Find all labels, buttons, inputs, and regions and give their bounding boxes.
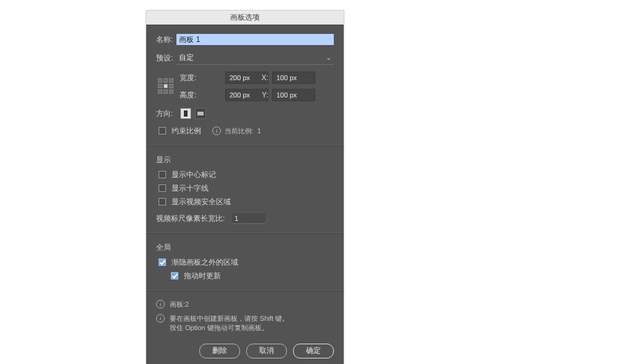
- display-section-title: 显示: [156, 155, 334, 165]
- orientation-landscape-button[interactable]: [195, 108, 206, 119]
- global-section-title: 全局: [156, 242, 334, 253]
- chevron-down-icon: ⌄: [326, 54, 331, 62]
- fade-outside-checkbox[interactable]: [159, 259, 166, 266]
- preset-value: 自定: [179, 52, 194, 63]
- show-crosshair-label: 显示十字线: [172, 183, 209, 194]
- info-icon: i: [212, 126, 221, 135]
- orientation-portrait-button[interactable]: [180, 108, 191, 119]
- update-on-drag-checkbox[interactable]: [171, 272, 178, 279]
- tips-row: i 要在画板中创建新画板，请按 Shift 键。 按住 Option 键拖动可复…: [156, 314, 334, 333]
- window-titlebar: 画板选项: [146, 10, 344, 25]
- width-label: 宽度:: [180, 73, 196, 83]
- orientation-label: 方向:: [156, 109, 173, 119]
- preset-row: 预设: 自定 ⌄: [156, 51, 334, 65]
- preset-label: 预设:: [156, 53, 173, 64]
- show-video-safe-label: 显示视频安全区域: [172, 197, 231, 207]
- constrain-row: 约束比例 i 当前比例: 1: [156, 125, 334, 136]
- dialog-body: 名称: 预设: 自定 ⌄ 宽度: X: 高度: Y:: [146, 25, 344, 364]
- artboard-count-row: i 画板:2: [156, 300, 334, 309]
- divider: [146, 145, 344, 146]
- reference-point-selector[interactable]: [158, 78, 174, 94]
- info-icon: i: [156, 300, 165, 308]
- name-row: 名称:: [156, 34, 334, 45]
- window-title: 画板选项: [230, 13, 260, 22]
- artboard-count-label: 画板:: [170, 300, 185, 308]
- show-video-safe-checkbox[interactable]: [159, 198, 166, 205]
- x-input[interactable]: [272, 72, 315, 84]
- delete-button[interactable]: 删除: [199, 344, 240, 358]
- y-label: Y:: [262, 91, 268, 99]
- ok-button[interactable]: 确定: [293, 344, 334, 358]
- dialog-buttons: 删除 取消 确定: [156, 344, 334, 358]
- divider: [146, 290, 344, 291]
- artboard-count-value: 2: [185, 300, 189, 308]
- video-ratio-label: 视频标尺像素长宽比:: [156, 213, 225, 224]
- height-label: 高度:: [180, 90, 196, 101]
- artboard-options-window: 画板选项 名称: 预设: 自定 ⌄ 宽度: X: 高度: Y: [146, 10, 344, 364]
- show-center-mark-label: 显示中心标记: [172, 170, 216, 180]
- video-ratio-input[interactable]: [232, 213, 265, 224]
- y-input[interactable]: [272, 89, 315, 101]
- update-on-drag-label: 拖动时更新: [184, 271, 221, 281]
- constrain-checkbox[interactable]: [159, 127, 166, 134]
- dimensions-grid: 宽度: X: 高度: Y:: [156, 71, 334, 102]
- cancel-button[interactable]: 取消: [246, 344, 287, 358]
- orientation-row: 方向:: [156, 108, 334, 119]
- show-center-mark-checkbox[interactable]: [159, 171, 166, 178]
- show-crosshair-checkbox[interactable]: [159, 184, 166, 192]
- fade-outside-label: 渐隐画板之外的区域: [172, 257, 238, 268]
- current-ratio-value: 1: [257, 127, 261, 134]
- tip-line-2: 按住 Option 键拖动可复制画板。: [170, 323, 289, 333]
- constrain-label: 约束比例: [172, 126, 201, 136]
- info-icon: i: [156, 314, 165, 323]
- preset-dropdown[interactable]: 自定 ⌄: [176, 51, 334, 65]
- divider: [146, 233, 344, 234]
- landscape-icon: [197, 112, 204, 115]
- x-label: X:: [262, 73, 268, 82]
- current-ratio-label: 当前比例:: [225, 126, 254, 136]
- name-label: 名称:: [156, 35, 173, 45]
- portrait-icon: [184, 110, 188, 117]
- name-input[interactable]: [176, 34, 334, 45]
- tip-line-1: 要在画板中创建新画板，请按 Shift 键。: [170, 314, 289, 323]
